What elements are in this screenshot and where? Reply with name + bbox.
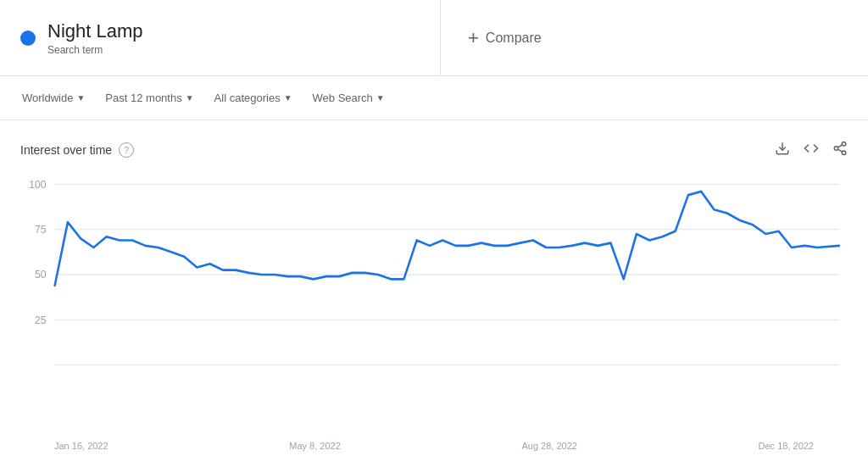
compare-plus-icon: + [468,27,479,49]
location-chevron-icon: ▼ [76,93,85,103]
svg-point-2 [834,147,838,151]
category-chevron-icon: ▼ [284,93,292,103]
interest-chart: 100 75 50 25 [20,166,848,437]
chart-section: Interest over time ? [0,127,868,456]
search-type-filter-label: Web Search [313,92,373,104]
time-range-filter[interactable]: Past 12 months ▼ [97,86,202,109]
time-range-filter-label: Past 12 months [105,92,181,104]
svg-point-3 [842,151,846,155]
header-section: Night Lamp Search term + Compare [0,0,868,76]
svg-line-4 [837,149,842,152]
svg-point-1 [842,142,846,147]
compare-panel[interactable]: + Compare [441,0,868,75]
search-term-name: Night Lamp [47,20,143,42]
svg-text:25: 25 [35,314,47,325]
svg-text:75: 75 [35,224,47,236]
x-label-may: May 8, 2022 [289,441,341,451]
share-icon[interactable] [832,141,848,159]
search-type-filter[interactable]: Web Search ▼ [304,86,393,109]
compare-label: Compare [486,31,542,46]
filters-bar: Worldwide ▼ Past 12 months ▼ All categor… [0,76,868,120]
chart-header: Interest over time ? [20,141,848,159]
x-label-dec: Dec 18, 2022 [759,441,814,451]
x-axis-labels: Jan 16, 2022 May 8, 2022 Aug 28, 2022 De… [20,437,848,451]
svg-text:50: 50 [35,269,47,281]
svg-text:100: 100 [29,178,46,190]
time-range-chevron-icon: ▼ [186,93,194,103]
term-info: Night Lamp Search term [47,20,143,56]
term-color-dot [20,31,36,46]
download-icon[interactable] [775,141,790,159]
chart-title: Interest over time [20,143,112,157]
category-filter-label: All categories [214,92,281,104]
location-filter[interactable]: Worldwide ▼ [14,86,93,109]
x-label-jan: Jan 16, 2022 [54,441,108,451]
chart-title-area: Interest over time ? [20,142,134,158]
help-icon[interactable]: ? [119,142,134,158]
location-filter-label: Worldwide [22,92,73,104]
svg-line-5 [837,145,842,147]
search-term-type: Search term [47,44,143,56]
x-label-aug: Aug 28, 2022 [521,441,576,451]
embed-icon[interactable] [804,141,819,159]
chart-actions [775,141,848,159]
search-term-panel: Night Lamp Search term [0,0,441,75]
search-type-chevron-icon: ▼ [376,93,385,103]
category-filter[interactable]: All categories ▼ [206,86,301,109]
chart-container: 100 75 50 25 [20,166,848,437]
